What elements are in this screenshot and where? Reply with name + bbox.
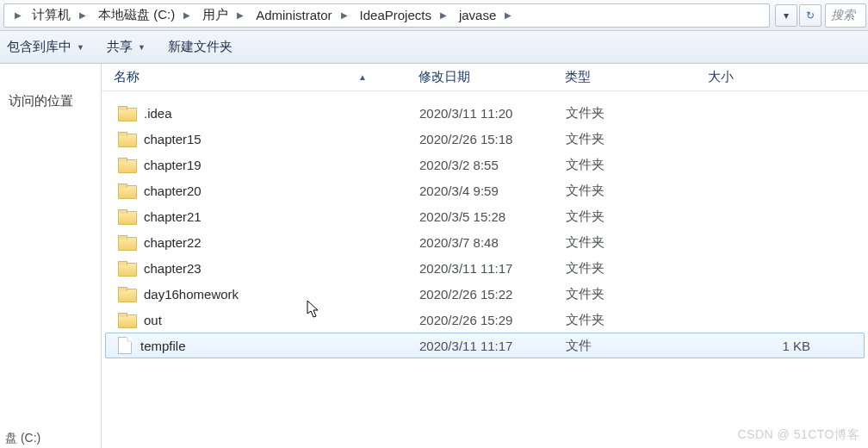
breadcrumb-item[interactable]: Administrator ▶ xyxy=(251,4,354,27)
file-name: chapter15 xyxy=(144,132,202,146)
cell-type: 文件夹 xyxy=(566,157,709,173)
table-row[interactable]: chapter212020/3/5 15:28文件夹 xyxy=(102,203,868,229)
chevron-down-icon: ▾ xyxy=(784,9,789,22)
cell-name: chapter23 xyxy=(115,261,419,276)
include-in-library-button[interactable]: 包含到库中 ▼ xyxy=(7,39,84,55)
table-row[interactable]: chapter222020/3/7 8:48文件夹 xyxy=(102,229,868,255)
file-name: chapter22 xyxy=(144,235,202,250)
cell-name: day16homework xyxy=(115,287,419,302)
table-row[interactable]: chapter192020/3/2 8:55文件夹 xyxy=(102,152,868,177)
breadcrumb-item[interactable]: IdeaProjects ▶ xyxy=(355,4,454,27)
cell-type: 文件夹 xyxy=(566,260,709,277)
cell-type: 文件夹 xyxy=(566,286,709,302)
file-rows: .idea2020/3/11 11:20文件夹chapter152020/2/2… xyxy=(102,91,868,358)
search-input[interactable]: 搜索 xyxy=(825,3,866,28)
file-name: tempfile xyxy=(140,339,186,353)
column-header-name[interactable]: 名称 ▲ xyxy=(114,69,418,85)
cell-type: 文件夹 xyxy=(566,312,709,328)
cell-date: 2020/2/26 15:22 xyxy=(419,287,566,302)
cell-name: chapter21 xyxy=(115,209,419,224)
navigation-pane[interactable]: 访问的位置 xyxy=(0,64,102,448)
search-placeholder: 搜索 xyxy=(831,8,855,23)
column-label: 修改日期 xyxy=(418,69,470,84)
breadcrumb-item[interactable]: javase ▶ xyxy=(454,4,518,27)
file-name: chapter20 xyxy=(144,184,202,198)
chevron-right-icon: ▶ xyxy=(437,10,450,20)
folder-icon xyxy=(118,209,135,223)
folder-icon xyxy=(118,106,135,120)
column-header-type[interactable]: 类型 xyxy=(565,69,708,85)
chevron-right-icon: ▶ xyxy=(76,10,90,20)
address-bar: ▶ 计算机 ▶ 本地磁盘 (C:) ▶ 用户 ▶ Administrator ▶… xyxy=(0,0,868,31)
table-row[interactable]: chapter202020/3/4 9:59文件夹 xyxy=(102,177,868,203)
table-row[interactable]: chapter232020/3/11 11:17文件夹 xyxy=(102,255,868,281)
breadcrumb[interactable]: ▶ 计算机 ▶ 本地磁盘 (C:) ▶ 用户 ▶ Administrator ▶… xyxy=(3,3,770,28)
status-drive-label: 盘 (C:) xyxy=(5,431,40,446)
column-headers: 名称 ▲ 修改日期 类型 大小 xyxy=(102,64,868,91)
file-name: .idea xyxy=(144,106,172,121)
table-row[interactable]: out2020/2/26 15:29文件夹 xyxy=(102,307,868,333)
cell-date: 2020/3/11 11:17 xyxy=(419,261,566,276)
nav-item-recent[interactable]: 访问的位置 xyxy=(0,88,101,115)
chevron-right-icon: ▶ xyxy=(13,10,23,20)
table-row[interactable]: .idea2020/3/11 11:20文件夹 xyxy=(102,100,868,126)
chevron-down-icon: ▼ xyxy=(77,43,84,52)
toolbar-label: 包含到库中 xyxy=(7,39,71,55)
folder-icon xyxy=(118,132,135,146)
breadcrumb-item[interactable]: 本地磁盘 (C:) ▶ xyxy=(93,4,197,27)
share-button[interactable]: 共享 ▼ xyxy=(107,39,146,55)
chevron-right-icon: ▶ xyxy=(180,10,194,20)
cell-date: 2020/3/5 15:28 xyxy=(419,209,566,224)
file-icon xyxy=(118,337,132,354)
toolbar: 包含到库中 ▼ 共享 ▼ 新建文件夹 xyxy=(0,31,868,64)
breadcrumb-label: IdeaProjects xyxy=(360,8,431,22)
file-name: chapter23 xyxy=(144,261,202,276)
sort-indicator-icon: ▲ xyxy=(358,72,367,82)
breadcrumb-label: 本地磁盘 (C:) xyxy=(98,7,175,23)
folder-icon xyxy=(118,287,135,301)
cell-type: 文件夹 xyxy=(566,234,709,251)
breadcrumb-item[interactable]: 计算机 ▶ xyxy=(27,4,93,27)
column-header-date[interactable]: 修改日期 xyxy=(418,69,565,85)
table-row[interactable]: chapter152020/2/26 15:18文件夹 xyxy=(102,126,868,152)
chevron-right-icon: ▶ xyxy=(233,10,247,20)
toolbar-label: 共享 xyxy=(107,39,133,55)
table-row[interactable]: tempfile2020/3/11 11:17文件1 KB xyxy=(105,333,865,358)
cell-date: 2020/3/11 11:17 xyxy=(419,339,566,353)
breadcrumb-label: 计算机 xyxy=(32,7,71,23)
file-name: chapter21 xyxy=(144,209,202,224)
chevron-right-icon: ▶ xyxy=(501,10,515,20)
breadcrumb-label: Administrator xyxy=(256,8,332,22)
breadcrumb-item[interactable]: 用户 ▶ xyxy=(197,4,251,27)
file-list-pane: 名称 ▲ 修改日期 类型 大小 .idea2020/3/11 11:20文件夹c… xyxy=(102,64,868,448)
nav-group: 访问的位置 xyxy=(0,79,101,115)
file-name: chapter19 xyxy=(144,158,202,172)
chevron-down-icon: ▼ xyxy=(138,43,146,52)
new-folder-button[interactable]: 新建文件夹 xyxy=(168,39,232,55)
cell-type: 文件夹 xyxy=(566,208,709,225)
history-dropdown-button[interactable]: ▾ xyxy=(775,4,797,27)
cell-date: 2020/2/26 15:18 xyxy=(419,132,566,146)
chevron-right-icon: ▶ xyxy=(338,10,351,20)
file-name: day16homework xyxy=(144,287,239,302)
cell-type: 文件夹 xyxy=(566,105,709,121)
column-header-size[interactable]: 大小 xyxy=(708,69,823,85)
cell-date: 2020/3/4 9:59 xyxy=(419,184,566,198)
folder-icon xyxy=(118,158,135,171)
breadcrumb-label: javase xyxy=(459,8,496,22)
cell-name: chapter15 xyxy=(115,132,419,146)
cell-type: 文件 xyxy=(566,338,709,354)
breadcrumb-root[interactable]: ▶ xyxy=(8,4,27,27)
breadcrumb-label: 用户 xyxy=(202,7,228,23)
cell-name: chapter20 xyxy=(115,184,419,198)
cell-date: 2020/3/11 11:20 xyxy=(419,106,566,121)
watermark-text: CSDN @ 51CTO博客 xyxy=(737,427,859,443)
cell-date: 2020/3/2 8:55 xyxy=(419,158,566,172)
table-row[interactable]: day16homework2020/2/26 15:22文件夹 xyxy=(102,281,868,307)
refresh-button[interactable]: ↻ xyxy=(799,4,822,27)
cell-type: 文件夹 xyxy=(566,183,709,199)
cell-name: chapter22 xyxy=(115,235,419,250)
column-label: 大小 xyxy=(708,69,734,84)
cell-size: 1 KB xyxy=(709,339,824,353)
cell-name: .idea xyxy=(115,106,419,121)
